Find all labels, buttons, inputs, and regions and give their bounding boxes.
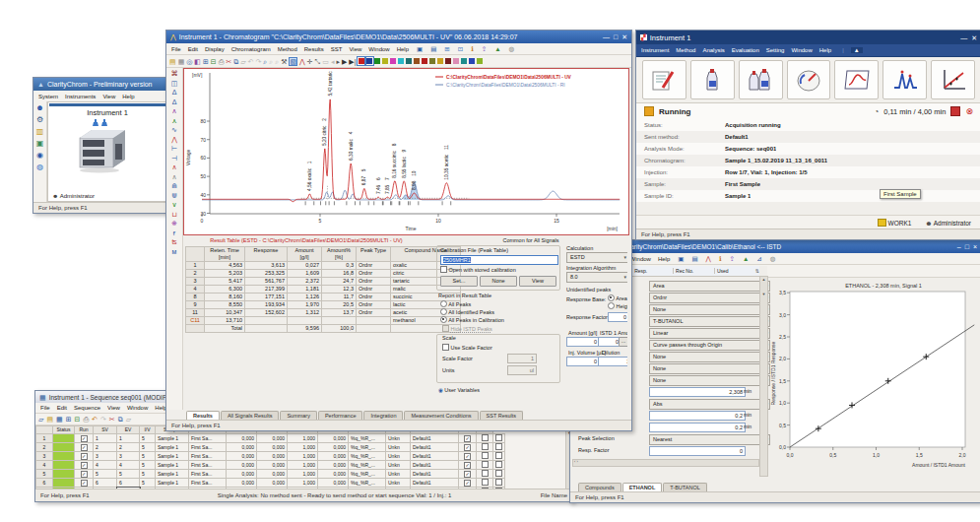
measure-icon[interactable]: ◫ [171, 80, 178, 88]
overlay-icon[interactable]: ▣ [417, 45, 423, 53]
menu-file[interactable]: File [40, 405, 50, 411]
undo-icon[interactable]: ↶ [92, 416, 98, 423]
area-radio[interactable]: Area [608, 294, 627, 301]
menu-window[interactable]: Window [630, 256, 651, 262]
open-stored-calibration-checkbox[interactable]: Open with stored calibration [440, 266, 516, 273]
run-checkbox[interactable]: ✓ [75, 452, 94, 461]
sequence-button[interactable] [739, 60, 783, 99]
use-scale-factor-checkbox[interactable]: Use Scale Factor [442, 344, 492, 351]
instrument-titlebar[interactable]: ▞ Instrument 1 —✕ [636, 31, 980, 44]
param-combo-3[interactable]: T-BUTANOL [649, 316, 770, 327]
param-combo-5[interactable]: Curve passes through Origin [649, 340, 770, 351]
zoom-out-icon[interactable]: ⌕ [269, 58, 273, 65]
tab-integration[interactable]: Integration [363, 411, 403, 420]
param-combo-1[interactable]: Ordnr [649, 293, 770, 303]
signal-color-swatch[interactable] [469, 58, 475, 64]
run-checkbox[interactable]: ✓ [75, 461, 94, 470]
signal-color-swatch[interactable] [390, 58, 396, 64]
sb-baseline-icon[interactable]: ▧ [289, 57, 297, 66]
end-icon[interactable]: ▶| [349, 58, 356, 65]
copy-icon[interactable]: ⧉ [118, 416, 123, 423]
result-table-row[interactable]: 1110,347152,6021,31213,7Ordnracetic [186, 309, 461, 317]
signal-color-swatch[interactable] [437, 58, 443, 64]
sequence-row[interactable]: 3✓335Sample 1First Sa...0,0000,0001,0000… [36, 452, 505, 461]
clamp-icon[interactable]: ⋏ [171, 117, 176, 125]
chromatogram-titlebar[interactable]: ⋀ Instrument 1 - Chromatogram "C:\Clarit… [166, 31, 631, 43]
menu-results[interactable]: Results [304, 46, 324, 52]
gc-icon[interactable]: ⊡ [458, 45, 463, 53]
menu-help[interactable]: Help [397, 46, 409, 52]
tab-results[interactable]: Results [186, 411, 220, 420]
del-peak-icon[interactable]: ∧ [171, 173, 176, 181]
maximize-icon[interactable]: □ [614, 33, 618, 40]
signal-color-swatch[interactable] [414, 58, 420, 64]
grid-col-used[interactable]: Used [714, 268, 755, 274]
calibration-button[interactable] [931, 60, 975, 99]
hide-istd-peaks-checkbox[interactable]: Hide ISTD Peaks [442, 325, 492, 332]
signal-color-swatch[interactable] [477, 58, 483, 64]
chart-icon[interactable]: ⊿ [756, 255, 761, 263]
ungroup-icon[interactable]: ⋓ [171, 192, 177, 200]
export-data-icon[interactable]: ⊟ [211, 58, 217, 65]
report-icon[interactable]: ▲ [743, 255, 749, 262]
sequence-row[interactable]: 5✓555Sample 1First Sa...0,0000,0001,0000… [36, 470, 505, 479]
export-icon[interactable]: ⇪ [482, 45, 487, 53]
paste-icon[interactable]: ▱ [240, 58, 245, 65]
sort-arrows-icon[interactable]: ⇅ [755, 268, 759, 274]
param-combo-6[interactable]: None [649, 352, 770, 362]
menu-help[interactable]: Help [122, 94, 134, 99]
peak-selection-combo[interactable]: Nearest [649, 434, 770, 445]
all-peaks-radio[interactable]: All Peaks [440, 300, 471, 307]
option-checkbox[interactable] [477, 470, 493, 479]
paste-icon[interactable]: ▱ [126, 416, 131, 423]
report-icon[interactable]: ▲ [494, 45, 500, 52]
config-icon[interactable]: ▥ [36, 127, 44, 137]
signal-color-swatch[interactable] [374, 58, 380, 64]
monitor-icon[interactable]: ▣ [36, 139, 44, 149]
result-table-row[interactable]: 88,160177,1511,12611,7Ordnrsuccinic [186, 294, 461, 301]
method-setup-button[interactable] [642, 60, 686, 99]
group-icon[interactable]: ⋒ [171, 182, 177, 190]
left-window-input[interactable]: 0,2 [649, 411, 746, 421]
redo-icon[interactable]: ↷ [100, 416, 106, 423]
skim-icon[interactable]: ʌ [172, 107, 176, 115]
checkbox-icon[interactable] [440, 266, 447, 273]
stop-icon[interactable] [950, 106, 960, 116]
signals-icon[interactable]: ▤ [430, 45, 436, 53]
tab-t-butanol[interactable]: T-BUTANOL [663, 483, 706, 491]
next-icon[interactable]: ▸ [336, 58, 340, 65]
help-icon[interactable]: ◍ [509, 45, 515, 53]
param-combo-2[interactable]: None [649, 304, 770, 315]
menu-instrument[interactable]: Instrument [641, 47, 669, 53]
valley-icon[interactable]: Δ [172, 98, 177, 106]
report-checkbox[interactable]: ✓ [459, 434, 477, 443]
zoom-reset-icon[interactable]: ⌕ [275, 58, 279, 65]
signal-color-swatch[interactable] [461, 58, 467, 64]
close-icon[interactable]: ✕ [621, 33, 627, 40]
abs-combo[interactable]: Abs [649, 399, 770, 410]
run-checkbox[interactable]: ✓ [75, 470, 94, 479]
menu-display[interactable]: Display [205, 46, 225, 52]
signal-color-swatch[interactable] [406, 58, 412, 64]
menu-window[interactable]: Window [127, 405, 148, 411]
menu-help[interactable]: Help [819, 47, 831, 53]
menu-window[interactable]: Window [368, 46, 389, 52]
gear-icon[interactable]: ⚙ [36, 115, 43, 125]
result-table-row[interactable]: 98,550193,9341,97020,5Ordnrlactic [186, 301, 461, 309]
minimize-icon[interactable]: — [603, 33, 610, 40]
peak-start-icon[interactable]: ⊢ [171, 145, 177, 153]
tab-sst-results[interactable]: SST Results [480, 411, 523, 420]
result-table-row[interactable]: C1113,710methanol [186, 317, 461, 325]
abort-icon[interactable]: ⊗ [965, 107, 973, 116]
result-table-row[interactable]: 35,417561,7672,37224,7Ordnrtartaric [186, 278, 461, 286]
minimize-icon[interactable]: – [957, 243, 961, 250]
tab-performance[interactable]: Performance [318, 411, 363, 420]
ff1-icon[interactable]: ғ [173, 229, 176, 237]
amount-input[interactable]: 0 [566, 337, 600, 347]
sequence-row[interactable]: 6✓665Sample 1First Sa...0,0000,0001,0000… [36, 479, 505, 488]
option-checkbox[interactable] [477, 479, 493, 488]
play-icon[interactable]: ▶ [342, 58, 347, 65]
all-identified-peaks-radio[interactable]: All Identified Peaks [440, 308, 494, 315]
signal-color-swatch[interactable] [453, 58, 459, 64]
menu-view[interactable]: View [349, 46, 361, 52]
